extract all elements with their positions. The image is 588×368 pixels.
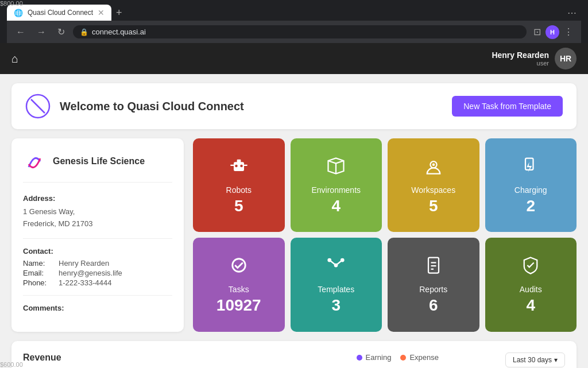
y-axis-labels: $800.00 $600.00 bbox=[0, 0, 32, 368]
browser-chrome: 🌐 Quasi Cloud Connect ✕ + ⋯ ← → ↻ 🔒 conn… bbox=[0, 0, 588, 43]
main-content: Welcome to Quasi Cloud Connect New Task … bbox=[0, 74, 588, 368]
svg-line-1 bbox=[31, 99, 45, 113]
user-avatar[interactable]: HR bbox=[555, 48, 577, 69]
stat-card-tasks[interactable]: Tasks 10927 bbox=[193, 238, 285, 331]
address-line2: Frederick, MD 21703 bbox=[23, 218, 172, 230]
reports-icon bbox=[423, 255, 444, 280]
new-task-button[interactable]: New Task from Template bbox=[452, 96, 563, 117]
stat-card-workspaces[interactable]: Workspaces 5 bbox=[388, 138, 479, 232]
user-role: user bbox=[492, 60, 549, 67]
robots-icon bbox=[229, 156, 249, 181]
stats-grid: Robots 5 Environments 4 Workspaces 5 Cha… bbox=[193, 138, 577, 332]
url-text: connect.quasi.ai bbox=[92, 28, 146, 36]
audits-value: 4 bbox=[526, 296, 535, 315]
stat-card-environments[interactable]: Environments 4 bbox=[291, 138, 382, 232]
charging-icon bbox=[520, 156, 541, 181]
svg-point-13 bbox=[233, 259, 246, 272]
browser-toolbar: ← → ↻ 🔒 connect.quasi.ai ⊡ H ⋮ bbox=[7, 21, 581, 43]
address-line1: 1 Genesis Way, bbox=[23, 206, 172, 218]
forward-button[interactable]: → bbox=[33, 26, 49, 38]
toolbar-actions: ⊡ H ⋮ bbox=[531, 24, 575, 40]
svg-line-18 bbox=[336, 260, 342, 265]
filter-label: Last 30 days bbox=[513, 356, 552, 364]
revenue-header: Revenue Earning Expense bbox=[23, 352, 439, 363]
app-topbar: ⌂ Henry Rearden user HR bbox=[0, 43, 588, 74]
templates-value: 3 bbox=[331, 296, 341, 315]
templates-label: Templates bbox=[318, 285, 354, 294]
svg-point-4 bbox=[235, 164, 238, 167]
environments-label: Environments bbox=[311, 185, 361, 195]
audits-icon bbox=[520, 255, 541, 280]
welcome-banner: Welcome to Quasi Cloud Connect New Task … bbox=[11, 83, 577, 129]
environments-value: 4 bbox=[331, 197, 341, 215]
lock-icon: 🔒 bbox=[80, 28, 88, 36]
templates-icon bbox=[326, 255, 346, 280]
user-info: Henry Rearden user HR bbox=[492, 48, 577, 69]
revenue-chart-area: Revenue Earning Expense $800.00 $600.00 bbox=[23, 352, 439, 368]
contact-label: Contact: bbox=[23, 247, 172, 255]
tab-title: Quasi Cloud Connect bbox=[28, 9, 93, 17]
svg-line-17 bbox=[330, 260, 336, 265]
reports-value: 6 bbox=[429, 296, 438, 315]
chart-legend: Earning Expense bbox=[357, 353, 439, 362]
stat-card-reports[interactable]: Reports 6 bbox=[388, 238, 479, 331]
comments-label: Comments: bbox=[23, 304, 172, 312]
environments-icon bbox=[326, 156, 346, 181]
company-header: Genesis Life Science bbox=[23, 150, 172, 183]
welcome-left: Welcome to Quasi Cloud Connect bbox=[25, 94, 244, 119]
expense-label: Expense bbox=[409, 353, 439, 362]
email-value: henry@genesis.life bbox=[59, 269, 172, 277]
tasks-value: 10927 bbox=[216, 296, 261, 315]
charging-value: 2 bbox=[526, 197, 535, 215]
svg-marker-12 bbox=[527, 162, 532, 172]
avatar-initials: HR bbox=[560, 54, 571, 63]
dashboard-row: Genesis Life Science Address: 1 Genesis … bbox=[11, 138, 577, 332]
revenue-filter: Last 30 days ▾ bbox=[450, 352, 565, 367]
new-tab-button[interactable]: + bbox=[116, 7, 122, 19]
address-bar[interactable]: 🔒 connect.quasi.ai bbox=[73, 25, 527, 38]
reports-label: Reports bbox=[419, 285, 447, 294]
svg-point-5 bbox=[240, 164, 243, 167]
legend-expense: Expense bbox=[400, 353, 439, 362]
contact-grid: Name: Henry Rearden Email: henry@genesis… bbox=[23, 259, 172, 287]
revenue-card: Revenue Earning Expense $800.00 $600.00 bbox=[11, 341, 577, 368]
svg-point-10 bbox=[432, 163, 435, 166]
window-controls: ⋯ bbox=[567, 7, 581, 18]
divider-2 bbox=[23, 295, 172, 296]
name-value: Henry Rearden bbox=[59, 259, 172, 268]
revenue-stats: Last 30 days ▾ Profit: $11646.79 bbox=[450, 352, 565, 368]
earning-label: Earning bbox=[366, 353, 392, 362]
svg-rect-6 bbox=[235, 168, 242, 169]
divider-1 bbox=[23, 238, 172, 239]
user-name: Henry Rearden bbox=[492, 51, 549, 60]
stat-card-templates[interactable]: Templates 3 bbox=[291, 238, 382, 331]
stat-card-charging[interactable]: Charging 2 bbox=[485, 138, 577, 232]
expense-dot bbox=[400, 355, 406, 361]
menu-button[interactable]: ⋮ bbox=[562, 24, 575, 40]
company-name: Genesis Life Science bbox=[53, 156, 145, 166]
filter-button[interactable]: Last 30 days ▾ bbox=[505, 352, 565, 367]
tab-close-button[interactable]: ✕ bbox=[98, 8, 105, 17]
comments-section: Comments: bbox=[23, 304, 172, 312]
svg-rect-11 bbox=[525, 158, 533, 169]
y-label-600: $600.00 bbox=[0, 361, 32, 368]
robots-label: Robots bbox=[226, 185, 252, 195]
browser-tabs: 🌐 Quasi Cloud Connect ✕ + ⋯ bbox=[7, 5, 581, 21]
profile-toggle-button[interactable]: ⊡ bbox=[531, 24, 543, 40]
stat-card-robots[interactable]: Robots 5 bbox=[193, 138, 285, 232]
robots-value: 5 bbox=[234, 197, 243, 215]
reload-button[interactable]: ↻ bbox=[54, 25, 68, 38]
earning-dot bbox=[357, 355, 362, 361]
stat-card-audits[interactable]: Audits 4 bbox=[485, 238, 577, 331]
legend-earning: Earning bbox=[357, 353, 392, 362]
nav-user-avatar: H bbox=[546, 25, 559, 39]
welcome-title: Welcome to Quasi Cloud Connect bbox=[60, 100, 244, 113]
tasks-icon bbox=[229, 255, 249, 280]
tasks-label: Tasks bbox=[229, 285, 249, 294]
workspaces-label: Workspaces bbox=[411, 185, 455, 195]
phone-value: 1-222-333-4444 bbox=[59, 278, 172, 287]
svg-rect-3 bbox=[237, 159, 241, 162]
company-card: Genesis Life Science Address: 1 Genesis … bbox=[11, 138, 184, 332]
filter-chevron: ▾ bbox=[554, 356, 558, 364]
contact-section: Contact: Name: Henry Rearden Email: henr… bbox=[23, 247, 172, 287]
